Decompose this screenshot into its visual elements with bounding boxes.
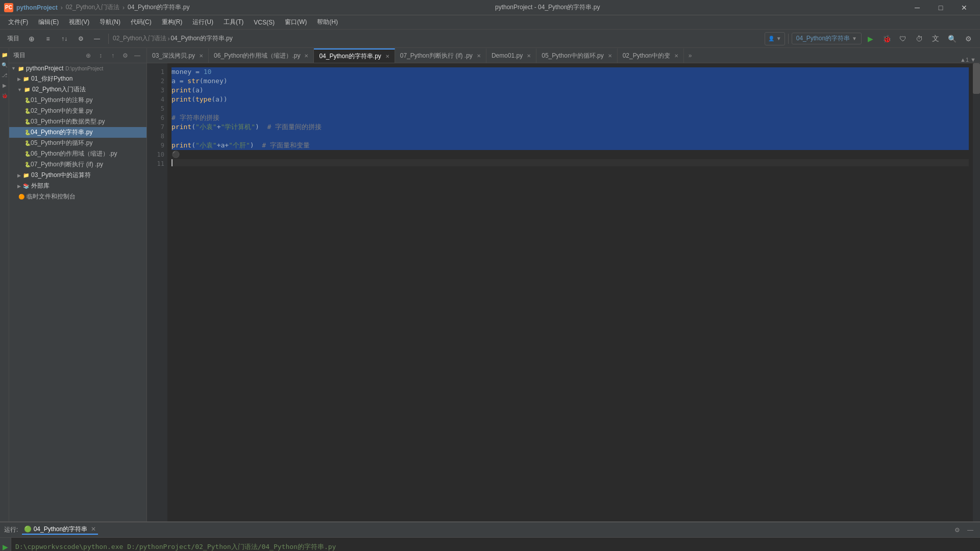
item-ext-arrow: ▶ <box>17 184 21 189</box>
minimize-button[interactable]: ─ <box>905 0 929 15</box>
tree-sort-button[interactable]: ↕ <box>95 51 106 61</box>
tree-item-03[interactable]: ▶ 📁 03_Python中的运算符 <box>9 170 146 181</box>
tree-item-if[interactable]: 🐍 07_Python判断执行 (if) .py <box>9 159 146 170</box>
tree-item-type[interactable]: 🐍 03_Python中的数据类型.py <box>9 116 146 127</box>
run-tab-close[interactable]: ✕ <box>91 525 96 533</box>
menu-view[interactable]: 视图(V) <box>65 17 93 28</box>
structure-button[interactable]: ≡ <box>41 32 55 46</box>
tab-04-close[interactable]: ✕ <box>385 54 389 59</box>
code-line-4: print(type(a)) <box>172 95 969 104</box>
add-button[interactable]: ⊕ <box>24 32 39 46</box>
tree-item-var[interactable]: 🐍 02_Python中的变量.py <box>9 106 146 116</box>
scrollbar-thumb[interactable] <box>973 63 980 94</box>
breadcrumb-file[interactable]: 04_Python的字符串.py <box>170 34 232 43</box>
collapse-button[interactable]: ↑↓ <box>57 32 71 46</box>
run-button[interactable]: ▶ <box>863 32 878 46</box>
tree-item-scope[interactable]: 🐍 06_Python的作用域（缩进）.py <box>9 148 146 159</box>
translate-button[interactable]: 文 <box>928 32 943 46</box>
close-button[interactable]: ✕ <box>952 0 976 15</box>
debug-button[interactable]: 🐞 <box>879 32 894 46</box>
console-command: D:\cppworkvscode\python.exe D:/pythonPro… <box>15 542 976 551</box>
code-editor[interactable]: 12345 678910 11 money = 10 a = str(money… <box>147 63 980 521</box>
activity-run[interactable]: ▶ <box>0 81 9 90</box>
run-config-arrow: ▼ <box>852 36 857 41</box>
activity-search[interactable]: 🔍 <box>0 60 9 69</box>
run-controls: 👤 ▼ 04_Python的字符串 ▼ ▶ 🐞 🛡 ⏱ 文 🔍 ⚙ <box>765 32 976 46</box>
console-container: ▶ ▲ ▼ ■ ↵ ≡ 🖨 📌 🗑 D:\cppworkvscode\pytho… <box>0 538 980 551</box>
settings-main-button[interactable]: ⚙ <box>961 32 976 46</box>
project-button[interactable]: 项目 <box>4 32 22 46</box>
menu-edit[interactable]: 编辑(E) <box>34 17 63 28</box>
tab-07-if[interactable]: 07_Python判断执行 (if) .py ✕ <box>395 48 486 63</box>
tree-item-02[interactable]: ▼ 📁 02_Python入门语法 <box>9 84 146 95</box>
menu-window[interactable]: 窗口(W) <box>281 17 311 28</box>
close-panel-button[interactable]: — <box>90 32 104 46</box>
panel-minimize-button[interactable]: — <box>965 524 976 536</box>
tab-07-close[interactable]: ✕ <box>477 53 481 59</box>
app-logo: PC <box>4 3 13 12</box>
tab-04-str[interactable]: 04_Python的字符串.py ✕ <box>314 48 395 63</box>
tab-more-button[interactable]: » <box>684 48 696 63</box>
menu-refactor[interactable]: 重构(R) <box>158 17 187 28</box>
console-area: D:\cppworkvscode\python.exe D:/pythonPro… <box>11 538 980 551</box>
tab-06-scope-label: 06_Python的作用域（缩进）.py <box>214 52 300 60</box>
tree-collapse-button[interactable]: ↑ <box>108 51 118 61</box>
breakpoint-icon: ⚫ <box>172 150 180 159</box>
profile-selector[interactable]: 👤 ▼ <box>765 32 785 45</box>
separator2: › <box>122 4 125 11</box>
tab-06-scope[interactable]: 06_Python的作用域（缩进）.py ✕ <box>209 48 314 63</box>
tab-demo01-label: Demo01.py <box>492 52 523 59</box>
tree-item-external[interactable]: ▶ 📚 外部库 <box>9 181 146 191</box>
bottom-panel: 运行: 🟢 04_Python的字符串 ✕ ⚙ — ▶ ▲ ▼ ■ ↵ ≡ 🖨 … <box>0 521 980 551</box>
activity-project[interactable]: 📁 <box>0 50 9 59</box>
menu-help[interactable]: 帮助(H) <box>313 17 342 28</box>
profile-run-button[interactable]: ⏱ <box>912 32 927 46</box>
tree-item-loop[interactable]: 🐍 05_Python中的循环.py <box>9 138 146 148</box>
tree-add-button[interactable]: ⊕ <box>83 51 93 61</box>
tab-06-close[interactable]: ✕ <box>304 53 308 59</box>
tab-05-close[interactable]: ✕ <box>608 53 612 59</box>
settings-toolbar-button[interactable]: ⚙ <box>74 32 88 46</box>
menu-file[interactable]: 文件(F) <box>4 17 32 28</box>
run-config-selector[interactable]: 04_Python的字符串 ▼ <box>792 33 862 44</box>
activity-debug[interactable]: 🐞 <box>0 91 9 100</box>
breadcrumb-folder[interactable]: 02_Python入门语法 <box>113 34 166 43</box>
menu-tools[interactable]: 工具(T) <box>219 17 248 28</box>
menu-code[interactable]: 代码(C) <box>127 17 156 28</box>
menu-run[interactable]: 运行(U) <box>188 17 217 28</box>
item-02-arrow: ▼ <box>17 87 22 92</box>
item-03-arrow: ▶ <box>17 173 21 178</box>
run-play-button[interactable]: ▶ <box>1 542 11 551</box>
titlebar: PC pythonProject › 02_Python入门语法 › 04_Py… <box>0 0 980 15</box>
tab-03-deep[interactable]: 03_深浅拷贝.py ✕ <box>147 48 209 63</box>
tree-root[interactable]: ▼ 📁 pythonProject D:\pythonProject <box>9 63 146 73</box>
tree-close-button[interactable]: — <box>132 51 142 61</box>
code-line-10: ⚫ <box>172 150 969 159</box>
editor-scrollbar[interactable] <box>973 63 980 521</box>
activity-vcs[interactable]: ⎇ <box>0 70 9 80</box>
tree-item-comment[interactable]: 🐍 01_Python中的注释.py <box>9 95 146 106</box>
tree-item-str[interactable]: 🐍 04_Python的字符串.py <box>9 127 146 138</box>
run-tab-icon: 🟢 <box>24 525 32 533</box>
menu-vcs[interactable]: VCS(S) <box>250 18 279 27</box>
tab-02-close[interactable]: ✕ <box>674 53 678 59</box>
tab-05-loop[interactable]: 05_Python中的循环.py ✕ <box>536 48 617 63</box>
panel-settings-button[interactable]: ⚙ <box>951 524 963 536</box>
tree-item-temp[interactable]: 🟠 临时文件和控制台 <box>9 191 146 202</box>
tab-demo01[interactable]: Demo01.py ✕ <box>486 48 536 63</box>
code-content[interactable]: money = 10 a = str(money) print(a) print… <box>167 63 973 521</box>
py-icon-type: 🐍 <box>26 118 30 126</box>
item-01-label: 01_你好Python <box>31 74 72 83</box>
tree-settings-button[interactable]: ⚙ <box>120 51 130 61</box>
menu-navigate[interactable]: 导航(N) <box>95 17 125 28</box>
tab-02-py[interactable]: 02_Python中的变 ✕ <box>618 48 684 63</box>
search-toolbar-button[interactable]: 🔍 <box>944 32 960 46</box>
tree-item-01[interactable]: ▶ 📁 01_你好Python <box>9 73 146 84</box>
activity-bar: 📁 🔍 ⎇ ▶ 🐞 <box>0 48 9 521</box>
maximize-button[interactable]: □ <box>929 0 952 15</box>
tab-demo01-close[interactable]: ✕ <box>527 53 531 59</box>
py-icon-comment: 🐍 <box>26 96 30 105</box>
tab-03-deep-close[interactable]: ✕ <box>199 53 203 59</box>
coverage-button[interactable]: 🛡 <box>895 32 911 46</box>
run-panel-tab[interactable]: 🟢 04_Python的字符串 ✕ <box>22 525 98 535</box>
